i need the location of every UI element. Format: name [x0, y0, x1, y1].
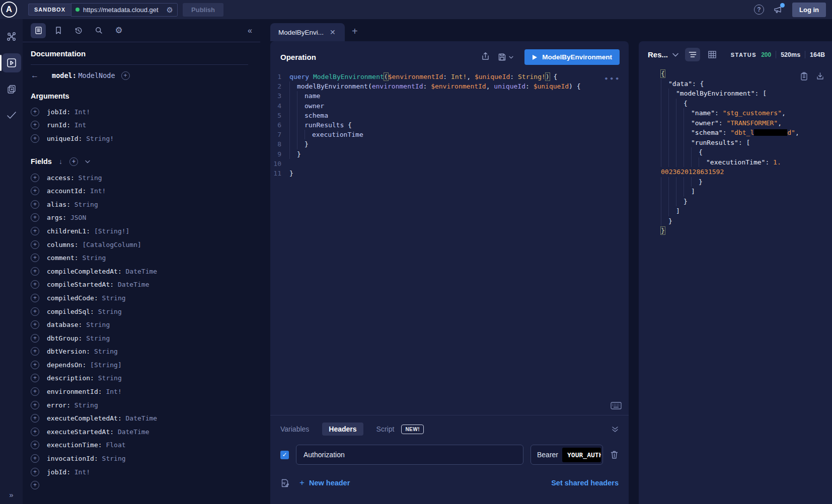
download-response-button[interactable] [816, 72, 824, 82]
add-field-icon[interactable]: + [31, 320, 39, 329]
add-type-icon[interactable]: + [121, 71, 130, 80]
add-field-icon[interactable]: + [31, 254, 39, 262]
add-field-icon[interactable]: + [31, 468, 39, 476]
add-field-icon[interactable]: + [31, 374, 39, 382]
keyboard-shortcuts-button[interactable] [611, 402, 622, 411]
add-all-fields-icon[interactable]: + [69, 157, 78, 166]
operation-tab[interactable]: ModelByEnvi... ✕ [270, 23, 345, 41]
field-type[interactable]: Int! [102, 388, 122, 395]
editor-menu-button[interactable]: ••• [604, 75, 621, 82]
add-field-icon[interactable]: + [31, 227, 39, 235]
announcements-button[interactable] [773, 5, 783, 15]
tab-headers[interactable]: Headers [322, 423, 363, 436]
add-field-icon[interactable]: + [31, 414, 39, 423]
bookmarks-button[interactable] [51, 23, 66, 38]
collapse-subpanel-button[interactable] [612, 426, 619, 433]
field-type[interactable]: Int [70, 121, 86, 129]
field-type[interactable]: [String] [86, 361, 121, 369]
tab-script[interactable]: Script [376, 425, 395, 433]
add-field-icon[interactable]: + [31, 267, 39, 276]
field-type[interactable]: String [74, 174, 102, 182]
field-name[interactable]: args: [47, 214, 66, 221]
response-dropdown-chevron-icon[interactable] [672, 53, 678, 57]
new-header-button[interactable]: + New header [299, 478, 350, 488]
field-name[interactable]: environmentId: [47, 388, 102, 395]
environment-file-button[interactable] [280, 478, 289, 488]
nav-collections-item[interactable] [2, 79, 21, 99]
add-field-icon[interactable]: + [31, 187, 39, 195]
field-name[interactable]: runId: [47, 121, 70, 129]
field-type[interactable]: String! [82, 135, 114, 142]
field-name[interactable]: compiledCode: [47, 294, 98, 302]
field-name[interactable]: description: [47, 374, 94, 382]
field-name[interactable]: compiledSql: [47, 308, 94, 315]
field-name[interactable]: dbtGroup: [47, 334, 82, 342]
field-name[interactable]: executeCompletedAt: [47, 414, 122, 422]
expand-rail-button[interactable]: » [9, 490, 13, 499]
publish-button[interactable]: Publish [183, 3, 223, 17]
field-type[interactable]: Int! [70, 108, 90, 116]
field-type[interactable]: String [79, 254, 106, 262]
field-type[interactable]: JSON [66, 214, 86, 221]
add-field-icon[interactable]: + [31, 441, 39, 449]
add-field-icon[interactable]: + [31, 200, 39, 209]
field-name[interactable]: executionTime: [47, 441, 102, 449]
field-name[interactable]: comment: [47, 254, 79, 262]
add-field-icon[interactable]: + [31, 294, 39, 302]
field-type[interactable]: String [70, 401, 98, 409]
field-type[interactable]: String [94, 308, 122, 315]
sort-fields-icon[interactable]: ↓ [59, 157, 62, 165]
set-shared-headers-button[interactable]: Set shared headers [551, 479, 619, 487]
collapse-docs-button[interactable]: « [248, 26, 252, 35]
field-name[interactable]: accountId: [47, 187, 86, 195]
header-enabled-checkbox[interactable]: ✓ [280, 451, 289, 459]
add-field-icon[interactable]: + [31, 280, 39, 289]
share-operation-button[interactable] [481, 52, 490, 62]
field-type[interactable]: String [94, 374, 122, 382]
field-name[interactable]: uniqueId: [47, 135, 82, 142]
field-type[interactable]: String [82, 334, 110, 342]
field-type[interactable]: [String!] [90, 227, 129, 235]
field-name[interactable]: alias: [47, 201, 70, 208]
add-field-icon[interactable]: + [31, 401, 39, 409]
field-type[interactable]: Int! [86, 187, 106, 195]
close-tab-icon[interactable]: ✕ [330, 28, 336, 36]
field-name[interactable]: invocationId: [47, 455, 98, 462]
field-name[interactable]: access: [47, 174, 74, 182]
field-type[interactable]: String [98, 455, 126, 462]
endpoint-settings-icon[interactable]: ⚙ [167, 6, 173, 14]
field-type[interactable]: DateTime [114, 281, 149, 288]
add-field-icon[interactable]: + [31, 481, 39, 489]
nav-checklist-item[interactable] [2, 106, 21, 125]
field-name[interactable]: executeStartedAt: [47, 428, 114, 436]
add-field-icon[interactable]: + [31, 134, 39, 143]
header-value-input[interactable]: Bearer YOUR_AUTH_TOKEN [531, 445, 603, 465]
field-type[interactable]: String [70, 201, 98, 208]
field-type[interactable]: String [82, 321, 110, 328]
search-button[interactable] [91, 23, 106, 38]
header-name-input[interactable]: Authorization [296, 445, 523, 465]
add-field-icon[interactable]: + [31, 213, 39, 222]
field-name[interactable]: childrenL1: [47, 227, 90, 235]
login-button[interactable]: Log in [792, 3, 826, 17]
add-field-icon[interactable]: + [31, 174, 39, 182]
response-title[interactable]: Res... [648, 50, 668, 59]
add-field-icon[interactable]: + [31, 454, 39, 463]
delete-header-button[interactable] [610, 450, 619, 459]
docs-tab-button[interactable] [31, 23, 46, 38]
help-icon[interactable]: ? [754, 5, 764, 15]
field-name[interactable]: compileStartedAt: [47, 281, 114, 288]
field-type[interactable]: String [98, 294, 126, 302]
query-editor[interactable]: 1query ModelByEnvironment($environmentId… [270, 71, 629, 415]
field-type[interactable]: [CatalogColumn] [79, 241, 141, 248]
add-field-icon[interactable]: + [31, 307, 39, 316]
field-name[interactable]: jobId: [47, 468, 70, 476]
add-field-icon[interactable]: + [31, 240, 39, 249]
nav-schema-item[interactable] [2, 27, 21, 46]
field-name[interactable]: columns: [47, 241, 79, 248]
docs-settings-button[interactable]: ⚙ [111, 23, 126, 38]
field-type[interactable]: DateTime [122, 268, 157, 275]
field-type[interactable]: Float [102, 441, 126, 449]
field-name[interactable]: jobId: [47, 108, 70, 116]
auth-token-value[interactable]: YOUR_AUTH_TOKEN [562, 448, 601, 462]
